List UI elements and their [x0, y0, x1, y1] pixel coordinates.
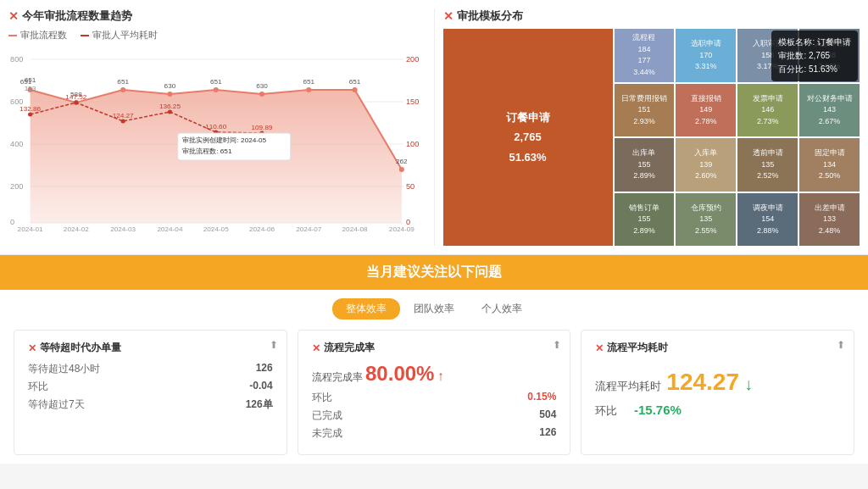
legend-dot-2 — [81, 35, 89, 36]
treemap-tile-large: 订餐申请 2,765 51.63% — [443, 29, 613, 246]
tab-personal[interactable]: 个人效率 — [468, 298, 536, 320]
svg-text:100: 100 — [406, 140, 419, 148]
svg-point-24 — [399, 167, 404, 172]
svg-text:200: 200 — [406, 55, 419, 64]
export-icon-avgtime[interactable]: ⬆ — [837, 339, 845, 351]
svg-text:651: 651 — [303, 78, 314, 86]
svg-text:2024-02: 2024-02 — [64, 225, 90, 233]
treemap-tile: 发票申请1462.73% — [737, 84, 798, 137]
avgtime-sub-label: 环比 — [595, 404, 617, 417]
svg-text:651: 651 — [117, 78, 129, 86]
svg-point-18 — [120, 87, 125, 92]
bottom-section: 整体效率 团队效率 个人效率 ⬆ ✕ 等特超时代办单量 等待超过48小时 126… — [0, 290, 868, 464]
svg-text:审批实例创建时间: 2024-05: 审批实例创建时间: 2024-05 — [182, 136, 267, 144]
svg-text:262: 262 — [396, 158, 408, 165]
line-bar-chart: 800 600 400 200 0 200 150 100 50 0 — [8, 47, 426, 233]
treemap-tile: 仓库预约1352.55% — [676, 193, 736, 247]
svg-text:124.27: 124.27 — [113, 112, 135, 119]
metric-title-icon-completion: ✕ — [312, 342, 320, 354]
left-chart-title: ✕ 今年审批流程数量趋势 — [8, 8, 426, 24]
svg-text:200: 200 — [10, 182, 23, 191]
treemap-tile: 出差申请1332.48% — [799, 193, 860, 247]
legend-item-1: 审批流程数 — [8, 29, 67, 42]
svg-text:109.89: 109.89 — [251, 124, 273, 131]
right-chart-title: ✕ 审批模板分布 — [443, 8, 860, 24]
metric-title-icon-avgtime: ✕ — [595, 342, 604, 354]
svg-text:400: 400 — [10, 140, 23, 148]
chart-title-icon: ✕ — [8, 9, 19, 23]
svg-text:132.86: 132.86 — [19, 105, 42, 113]
waiting-row-2: 环比 -0.04 — [28, 380, 273, 394]
svg-text:2024-01: 2024-01 — [18, 225, 44, 233]
avgtime-big-value: 124.27 — [666, 369, 739, 396]
export-icon-waiting[interactable]: ⬆ — [270, 339, 278, 351]
treemap-tile: 调夜申请1542.88% — [737, 193, 798, 247]
waiting-row-1: 等待超过48小时 126 — [28, 362, 273, 376]
right-chart-title-icon: ✕ — [443, 9, 453, 23]
metric-card-completion: ⬆ ✕ 流程完成率 流程完成率 80.00% ↑ 环比 0.15% 已完成 50… — [298, 330, 571, 455]
avgtime-arrow: ↓ — [744, 375, 753, 394]
svg-text:2024-09: 2024-09 — [389, 225, 415, 233]
svg-text:2024-05: 2024-05 — [203, 225, 230, 233]
svg-text:147.52: 147.52 — [65, 93, 87, 101]
legend-dot-1 — [8, 35, 17, 36]
metric-title-completion: ✕ 流程完成率 — [312, 341, 557, 355]
metric-content-waiting: 等待超过48小时 126 环比 -0.04 等待超过7天 126单 — [28, 362, 273, 412]
svg-text:630: 630 — [164, 82, 176, 90]
right-chart: ✕ 审批模板分布 模板名称: 订餐申请 审批数: 2,765 百分比: 51.6… — [435, 8, 860, 246]
legend: 审批流程数 审批人平均耗时 — [8, 29, 426, 42]
treemap-tile: 对公财务申请1432.67% — [799, 84, 860, 137]
treemap-tile: 选职申请1703.31% — [676, 29, 736, 82]
svg-text:2024-03: 2024-03 — [110, 225, 136, 233]
svg-text:审批流程数: 651: 审批流程数: 651 — [182, 147, 232, 155]
export-icon-completion[interactable]: ⬆ — [553, 339, 561, 351]
metric-card-avgtime: ⬆ ✕ 流程平均耗时 流程平均耗时 124.27 ↓ 环比 -15.76% — [581, 330, 854, 455]
treemap-tile: 固定申请1342.50% — [799, 138, 860, 192]
svg-text:150: 150 — [406, 97, 419, 106]
avgtime-big-label: 流程平均耗时 — [595, 379, 661, 394]
treemap-tooltip: 模板名称: 订餐申请 审批数: 2,765 百分比: 51.63% — [771, 31, 858, 81]
completion-big-value: 80.00% — [365, 362, 434, 385]
metric-card-waiting: ⬆ ✕ 等特超时代办单量 等待超过48小时 126 环比 -0.04 等待超过7… — [14, 330, 287, 455]
treemap-tile: 直接报销1492.78% — [676, 84, 736, 137]
waiting-label-1: 等待超过48小时 — [28, 362, 100, 376]
svg-text:651: 651 — [210, 78, 222, 86]
svg-text:110.60: 110.60 — [205, 123, 227, 131]
svg-text:2024-06: 2024-06 — [249, 225, 275, 233]
svg-point-23 — [352, 87, 357, 92]
metric-title-avgtime: ✕ 流程平均耗时 — [595, 341, 840, 355]
suggestion-banner: 当月建议关注以下问题 — [0, 255, 868, 290]
svg-point-22 — [306, 87, 311, 92]
metric-content-avgtime: 流程平均耗时 124.27 ↓ 环比 -15.76% — [595, 362, 840, 419]
metric-content-completion: 流程完成率 80.00% ↑ 环比 0.15% 已完成 504 未完成 126 — [312, 362, 557, 441]
metric-title-icon-waiting: ✕ — [28, 342, 36, 354]
treemap-tile: 透前申请1352.52% — [737, 138, 798, 192]
waiting-value-1: 126 — [256, 362, 273, 376]
svg-text:2024-07: 2024-07 — [296, 225, 322, 233]
svg-text:2024-08: 2024-08 — [342, 225, 369, 233]
svg-text:153: 153 — [25, 85, 36, 92]
top-section: ✕ 今年审批流程数量趋势 审批流程数 审批人平均耗时 — [0, 0, 868, 255]
tab-overall[interactable]: 整体效率 — [332, 298, 400, 320]
svg-text:651: 651 — [349, 78, 361, 86]
treemap-tile: 销售订单1552.89% — [615, 193, 675, 247]
legend-item-2: 审批人平均耗时 — [81, 29, 158, 42]
tab-team[interactable]: 团队效率 — [400, 298, 468, 320]
svg-point-20 — [214, 87, 219, 92]
waiting-value-3: 126单 — [246, 397, 273, 412]
completion-label: 流程完成率 — [312, 371, 365, 383]
svg-point-38 — [121, 119, 125, 124]
completion-row-3: 未完成 126 — [312, 426, 557, 441]
metric-title-waiting: ✕ 等特超时代办单量 — [28, 341, 273, 355]
waiting-row-3: 等待超过7天 126单 — [28, 397, 273, 412]
svg-text:0: 0 — [10, 218, 14, 226]
svg-point-21 — [259, 92, 264, 97]
svg-text:50: 50 — [406, 182, 415, 191]
chart-area: 800 600 400 200 0 200 150 100 50 0 — [8, 47, 426, 233]
svg-point-36 — [28, 113, 32, 117]
svg-text:136.25: 136.25 — [159, 103, 181, 110]
completion-row-2: 已完成 504 — [312, 408, 557, 423]
svg-point-39 — [168, 110, 172, 114]
svg-text:651: 651 — [25, 76, 36, 84]
treemap-tile: 出库单1552.89% — [615, 138, 675, 192]
